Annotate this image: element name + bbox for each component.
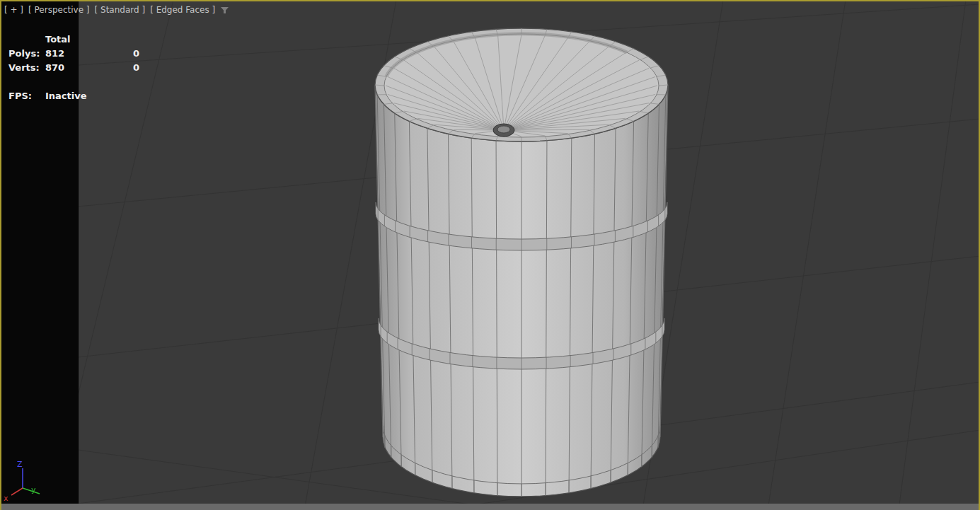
axis-y-label: y xyxy=(31,485,36,494)
verts-selected-value: 0 xyxy=(133,62,139,73)
bottom-bar xyxy=(0,504,980,510)
stats-polys-row: Polys: 812 0 xyxy=(0,48,170,62)
verts-label: Verts: xyxy=(8,62,40,73)
polys-selected-value: 0 xyxy=(133,48,139,59)
viewport-shading-menu[interactable]: [ Standard ] xyxy=(95,5,146,15)
viewport[interactable]: [ + ] [ Perspective ] [ Standard ] [ Edg… xyxy=(0,0,980,510)
viewport-perview-menu[interactable]: [ Edged Faces ] xyxy=(150,5,215,15)
stats-fps-row: FPS: Inactive xyxy=(0,91,170,105)
stats-verts-row: Verts: 870 0 xyxy=(0,62,170,76)
fps-label: FPS: xyxy=(8,91,32,101)
axis-x-line xyxy=(11,488,23,495)
viewport-label: [ + ] [ Perspective ] [ Standard ] [ Edg… xyxy=(4,5,229,15)
axis-x-label: x xyxy=(4,494,8,503)
polys-total-value: 812 xyxy=(45,48,64,59)
stats-header-row: Total xyxy=(0,34,170,48)
axis-z-label: Z xyxy=(17,460,23,469)
stats-spacer xyxy=(0,76,170,91)
world-axis-gizmo: Z y x xyxy=(1,457,51,506)
viewport-filter-icon[interactable] xyxy=(220,6,229,14)
verts-total-value: 870 xyxy=(45,62,64,73)
statistics-overlay: Total Polys: 812 0 Verts: 870 0 FPS: Ina… xyxy=(0,34,170,105)
fps-value: Inactive xyxy=(45,91,87,101)
barrel-model[interactable] xyxy=(375,28,668,497)
polys-label: Polys: xyxy=(8,48,40,59)
viewport-pov-menu[interactable]: [ Perspective ] xyxy=(28,5,90,15)
stats-total-header: Total xyxy=(45,34,71,45)
viewport-general-menu[interactable]: [ + ] xyxy=(4,5,23,15)
